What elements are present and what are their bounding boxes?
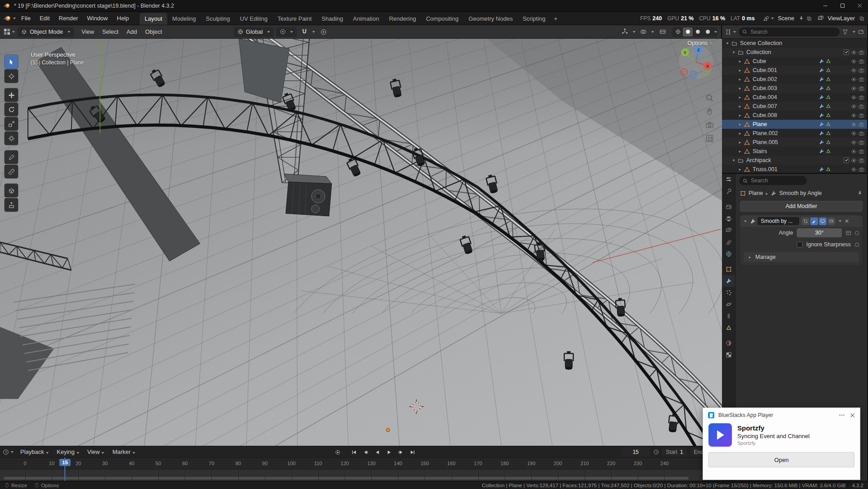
expander-icon[interactable]: ▾	[731, 158, 736, 163]
scene-name[interactable]: Scene	[776, 14, 796, 22]
auto-keyframe-button[interactable]	[333, 448, 343, 457]
collection-checkbox[interactable]	[844, 50, 849, 55]
properties-tab-object[interactable]	[722, 263, 735, 275]
new-collection-icon[interactable]	[858, 29, 864, 35]
hide-eye-icon[interactable]	[851, 86, 857, 91]
new-view-layer-icon[interactable]	[859, 16, 864, 21]
viewport-menu-add[interactable]: Add	[123, 27, 141, 36]
outliner-row-truss-001[interactable]: ▸Truss.001	[722, 165, 867, 174]
add-modifier-button[interactable]: Add Modifier	[740, 201, 863, 212]
render-camera-icon[interactable]	[859, 104, 864, 109]
hide-eye-icon[interactable]	[851, 149, 857, 154]
properties-search-input[interactable]	[750, 177, 803, 184]
render-camera-icon[interactable]	[859, 113, 864, 118]
filter-funnel-icon[interactable]	[842, 29, 848, 35]
render-camera-icon[interactable]	[859, 50, 864, 55]
expander-icon[interactable]: ▸	[737, 77, 743, 82]
shading-dropdown-chevron[interactable]	[714, 31, 717, 33]
workspace-tab-animation[interactable]: Animation	[348, 13, 384, 25]
jump-to-start-button[interactable]	[349, 448, 359, 457]
properties-tab-material[interactable]	[722, 337, 735, 349]
menu-window[interactable]: Window	[82, 14, 112, 23]
viewport-menu-view[interactable]: View	[78, 27, 98, 36]
tool-add-cube[interactable]	[5, 184, 18, 197]
navigation-gizmo[interactable]: X Y Z	[677, 43, 715, 82]
outliner-row-stairs[interactable]: ▸Stairs	[722, 147, 867, 156]
notification-open-button[interactable]: Open	[708, 452, 854, 467]
hide-eye-icon[interactable]	[851, 68, 857, 73]
hide-eye-icon[interactable]	[851, 158, 857, 163]
timeline-editor-icon[interactable]	[3, 449, 14, 455]
transform-orientation-dropdown[interactable]: Global	[234, 27, 274, 37]
jump-to-prev-keyframe-button[interactable]	[361, 448, 371, 457]
hide-eye-icon[interactable]	[851, 113, 857, 118]
properties-search[interactable]	[739, 176, 807, 185]
menu-edit[interactable]: Edit	[35, 14, 54, 23]
tool-rotate[interactable]	[5, 103, 18, 116]
outliner-row-plane[interactable]: ▸Plane	[722, 120, 867, 129]
outliner-search[interactable]	[739, 27, 840, 36]
modifier-close-icon[interactable]	[844, 218, 850, 224]
modifier-toggle-realtime[interactable]	[819, 217, 827, 225]
workspace-tab-compositing[interactable]: Compositing	[421, 13, 463, 25]
proportional-editing-icon[interactable]	[320, 29, 327, 35]
maximize-button[interactable]	[834, 0, 851, 11]
tool-cursor[interactable]	[5, 69, 18, 83]
properties-tab-view-layer[interactable]	[722, 225, 735, 236]
workspace-tab-uv-editing[interactable]: UV Editing	[235, 13, 272, 25]
expander-icon[interactable]: ▸	[737, 113, 743, 118]
breadcrumb-modifier[interactable]: Smooth by Angle	[779, 190, 822, 196]
outliner-row-plane-005[interactable]: ▸Plane.005	[722, 138, 867, 147]
workspace-tab-scripting[interactable]: Scripting	[518, 13, 551, 25]
outliner-search-input[interactable]	[749, 28, 836, 36]
new-scene-icon[interactable]	[806, 16, 812, 21]
tool-transform[interactable]	[5, 131, 18, 145]
overlays-icon[interactable]	[640, 28, 647, 35]
mode-dropdown[interactable]: Object Mode	[18, 27, 74, 37]
ignore-sharpness-checkbox[interactable]	[797, 242, 803, 248]
zoom-icon[interactable]	[705, 94, 714, 104]
viewport-3d[interactable]: User Perspective (15) Collection | Plane…	[0, 39, 722, 446]
workspace-tab-modeling[interactable]: Modeling	[167, 13, 201, 25]
close-button[interactable]	[851, 0, 868, 11]
outliner-row-cube-002[interactable]: ▸Cube.002	[722, 75, 867, 84]
shading-material-button[interactable]	[693, 27, 703, 36]
workspace-tab-sculpting[interactable]: Sculpting	[201, 13, 235, 25]
workspace-tab-shading[interactable]: Shading	[317, 13, 348, 25]
menu-help[interactable]: Help	[112, 14, 133, 23]
expander-icon[interactable]: ▾	[725, 41, 730, 45]
render-camera-icon[interactable]	[859, 86, 864, 91]
hide-eye-icon[interactable]	[851, 95, 857, 100]
properties-tab-constraints[interactable]	[722, 310, 735, 322]
properties-tab-object-data[interactable]	[722, 322, 735, 334]
tool-move[interactable]	[5, 88, 18, 102]
collection-checkbox[interactable]	[844, 158, 849, 163]
pan-hand-icon[interactable]	[705, 107, 714, 117]
expander-icon[interactable]: ▸	[737, 104, 743, 109]
expander-icon[interactable]: ▸	[737, 122, 743, 127]
render-camera-icon[interactable]	[859, 140, 864, 145]
expander-icon[interactable]: ▸	[737, 140, 743, 145]
timeline-track[interactable]	[0, 469, 722, 481]
angle-value-slider[interactable]: 30°	[797, 228, 842, 237]
properties-tab-render[interactable]	[722, 201, 735, 213]
gizmo-neg-x-ball[interactable]	[681, 68, 688, 76]
outliner-row-cube[interactable]: ▸Cube	[722, 57, 867, 66]
workspace-tab-geometry-nodes[interactable]: Geometry Nodes	[463, 13, 517, 25]
viewport-menu-object[interactable]: Object	[141, 27, 166, 36]
modifier-toggle-on-cage[interactable]	[802, 217, 809, 225]
outliner-row-cube-007[interactable]: ▸Cube.007	[722, 102, 867, 111]
hide-eye-icon[interactable]	[851, 140, 857, 145]
outliner-row-scene-collection[interactable]: ▾Scene Collection	[722, 39, 867, 48]
viewport-menu-select[interactable]: Select	[98, 27, 123, 36]
tool-measure[interactable]	[5, 165, 18, 178]
modifier-name-field[interactable]: Smooth by ...	[758, 217, 799, 225]
hide-eye-icon[interactable]	[851, 104, 857, 109]
pivot-point-dropdown[interactable]	[276, 27, 297, 37]
pin-id-icon[interactable]	[857, 190, 863, 196]
animate-decorator-dot[interactable]	[855, 231, 859, 235]
timeline-menu-keying[interactable]: Keying	[53, 448, 83, 456]
snap-dropdown-chevron[interactable]	[312, 31, 315, 33]
hide-eye-icon[interactable]	[851, 77, 857, 82]
timeline-ruler[interactable]: 0102030405060708090100110120130140150160…	[0, 457, 722, 469]
